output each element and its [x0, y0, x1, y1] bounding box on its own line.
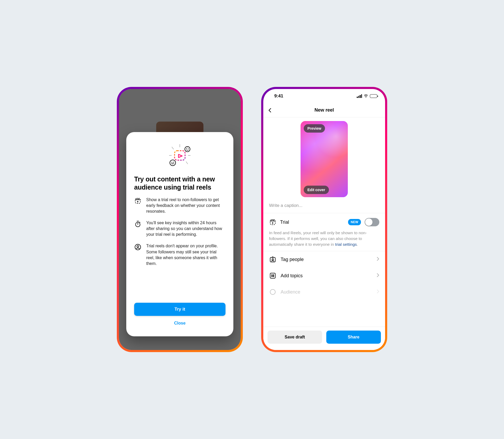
- reel-cover[interactable]: Preview Edit cover: [301, 121, 348, 197]
- bottom-action-bar: Save draft Share: [263, 327, 385, 350]
- svg-point-10: [188, 148, 189, 149]
- svg-point-20: [272, 259, 274, 260]
- svg-rect-21: [270, 273, 275, 278]
- new-badge: NEW: [348, 219, 361, 225]
- caption-input[interactable]: Write a caption...: [263, 197, 385, 213]
- trial-reel-icon: [269, 219, 276, 226]
- stopwatch-icon: [134, 220, 141, 237]
- status-bar: 9:41: [263, 89, 385, 103]
- trial-description: In feed and Reels, your reel will only b…: [269, 230, 379, 247]
- svg-line-5: [172, 162, 174, 164]
- svg-line-6: [186, 162, 188, 164]
- bullet-row: You'll see key insights within 24 hours …: [134, 220, 225, 237]
- save-draft-button[interactable]: Save draft: [267, 331, 322, 344]
- nav-bar: New reel: [263, 103, 385, 117]
- modal-bullets: Show a trial reel to non-followers to ge…: [134, 197, 225, 266]
- chevron-right-icon: [377, 273, 379, 278]
- trial-reel-icon: [134, 197, 141, 214]
- phone-left: 9:41 New reel: [117, 87, 243, 352]
- trial-reels-modal: Try out content with a new audience usin…: [126, 132, 233, 336]
- modal-title: Try out content with a new audience usin…: [134, 175, 225, 191]
- close-button[interactable]: Close: [134, 317, 225, 329]
- preview-button[interactable]: Preview: [304, 124, 325, 133]
- row-label: Audience: [281, 289, 372, 295]
- cellular-icon: [357, 94, 362, 98]
- screen-right: 9:41 New reel Preview Edit cover Write a…: [263, 89, 385, 350]
- svg-rect-19: [270, 257, 275, 262]
- add-topics-row[interactable]: Add topics: [263, 268, 385, 284]
- tag-people-icon: [269, 256, 276, 263]
- profile-circle-icon: [134, 243, 141, 266]
- modal-illustration: [134, 141, 225, 173]
- reel-compose-body: Preview Edit cover Write a caption... Tr…: [263, 117, 385, 350]
- wifi-icon: [364, 94, 368, 98]
- row-label: Add topics: [281, 273, 372, 279]
- row-label: Tag people: [281, 257, 372, 262]
- trial-settings-link[interactable]: trial settings: [335, 242, 357, 247]
- trial-toggle[interactable]: [365, 218, 379, 226]
- status-time: 9:41: [274, 93, 283, 99]
- bullet-text: Show a trial reel to non-followers to ge…: [146, 197, 225, 214]
- svg-point-22: [270, 289, 275, 295]
- modal-actions: Try it Close: [134, 297, 225, 329]
- try-it-button[interactable]: Try it: [134, 303, 225, 316]
- chevron-right-icon: [377, 289, 379, 295]
- svg-line-1: [172, 147, 174, 149]
- phone-right: 9:41 New reel Preview Edit cover Write a…: [261, 87, 387, 352]
- svg-rect-18: [270, 220, 275, 225]
- tag-people-row[interactable]: Tag people: [263, 251, 385, 268]
- hashtag-icon: [269, 272, 276, 279]
- edit-cover-button[interactable]: Edit cover: [304, 186, 329, 194]
- bullet-text: Trial reels don't appear on your profile…: [146, 243, 225, 266]
- bullet-row: Show a trial reel to non-followers to ge…: [134, 197, 225, 214]
- share-button[interactable]: Share: [326, 331, 381, 344]
- bullet-row: Trial reels don't appear on your profile…: [134, 243, 225, 266]
- audience-row[interactable]: Audience: [263, 284, 385, 300]
- chevron-right-icon: [377, 257, 379, 262]
- svg-rect-7: [175, 151, 185, 160]
- bullet-text: You'll see key insights within 24 hours …: [146, 220, 225, 237]
- back-button[interactable]: [268, 107, 275, 114]
- screen-left: 9:41 New reel: [119, 89, 241, 350]
- svg-point-9: [186, 148, 187, 149]
- svg-rect-14: [135, 198, 140, 203]
- nav-title: New reel: [314, 107, 334, 113]
- trial-label: Trial: [280, 220, 344, 225]
- svg-point-12: [171, 162, 172, 163]
- svg-point-13: [173, 162, 174, 163]
- status-icons: [357, 94, 377, 98]
- svg-point-17: [137, 245, 139, 247]
- audience-icon: [269, 289, 276, 295]
- trial-section: Trial NEW In feed and Reels, your reel w…: [263, 213, 385, 251]
- battery-icon: [370, 94, 377, 98]
